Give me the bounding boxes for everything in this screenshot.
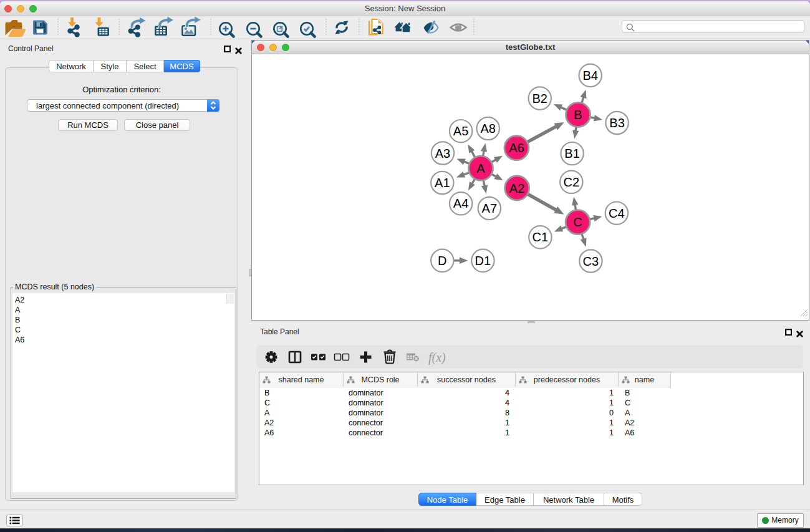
svg-text:A8: A8 xyxy=(480,122,495,135)
svg-text:D1: D1 xyxy=(475,254,491,268)
svg-text:A5: A5 xyxy=(453,124,468,138)
svg-text:A: A xyxy=(476,162,485,175)
svg-text:A4: A4 xyxy=(453,196,468,210)
svg-text:A7: A7 xyxy=(482,201,497,215)
svg-text:B1: B1 xyxy=(564,147,579,160)
svg-text:C3: C3 xyxy=(583,254,599,268)
svg-text:D: D xyxy=(438,254,446,268)
svg-text:f(x): f(x) xyxy=(428,351,446,365)
svg-text:C1: C1 xyxy=(533,230,549,244)
svg-text:B2: B2 xyxy=(532,92,547,105)
svg-text:A6: A6 xyxy=(509,141,524,155)
svg-text:B3: B3 xyxy=(609,116,624,130)
svg-text:A3: A3 xyxy=(435,147,450,160)
svg-text:C: C xyxy=(573,215,582,229)
svg-text:C2: C2 xyxy=(564,175,580,189)
svg-text:A2: A2 xyxy=(509,181,524,195)
svg-text:B4: B4 xyxy=(582,69,597,82)
svg-text:B: B xyxy=(574,108,582,122)
svg-text:A1: A1 xyxy=(435,176,450,190)
svg-text:C4: C4 xyxy=(609,206,625,220)
